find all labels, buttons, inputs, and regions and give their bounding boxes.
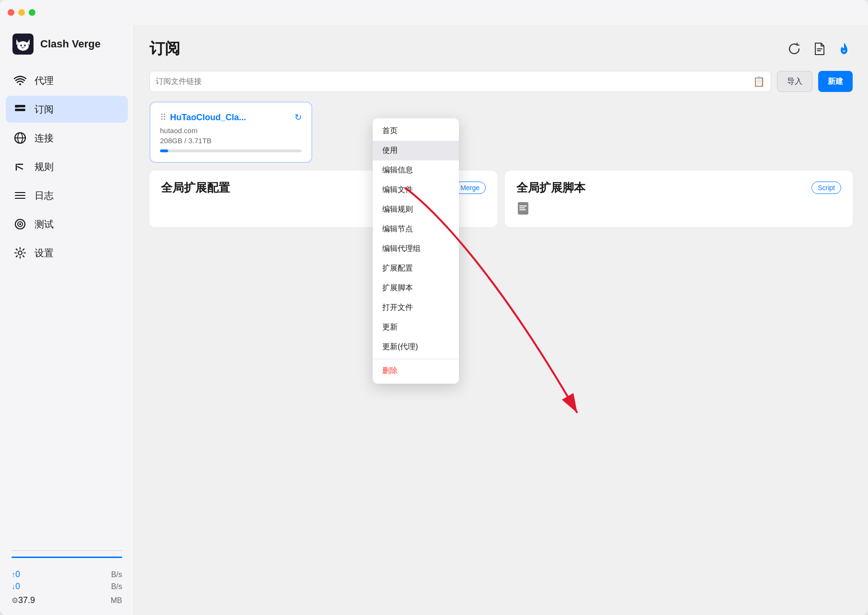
new-button[interactable]: 新建 [818,71,853,92]
sidebar-item-rules-label: 规则 [34,160,54,173]
progress-bar [160,149,302,152]
download-value: 0 [15,581,20,592]
svg-rect-20 [518,202,528,215]
upload-arrow-icon: ↑ [11,570,15,579]
svg-rect-6 [15,109,25,111]
sub-refresh-icon[interactable]: ↻ [295,112,302,123]
download-stat-row: ↓ 0 B/s [11,581,122,592]
sub-usage: 208GB / 3.71TB [160,137,302,145]
menu-item-ext-config[interactable]: 扩展配置 [373,259,459,278]
memory-unit: MB [111,596,122,605]
memory-icon: ⚙ [11,596,18,605]
test-icon [13,217,27,231]
close-button[interactable] [8,9,14,16]
sidebar-item-connections-label: 连接 [34,132,54,145]
menu-item-open-file[interactable]: 打开文件 [373,298,459,318]
sidebar-item-proxy[interactable]: 代理 [6,67,128,94]
main-layout: Clash Verge 代理 [0,25,868,615]
content-area: 订阅 [134,25,868,615]
svg-point-2 [20,45,22,46]
sidebar-item-test[interactable]: 测试 [6,211,128,238]
sidebar: Clash Verge 代理 [0,25,134,615]
ext-card-script-title: 全局扩展脚本 [516,180,585,195]
ext-merge-badge[interactable]: Merge [454,182,486,194]
app-logo-icon [11,33,34,56]
subscription-icon [13,102,27,116]
maximize-button[interactable] [29,9,35,16]
svg-rect-7 [15,106,19,108]
context-menu: 首页 使用 编辑信息 编辑文件 编辑规则 编辑节点 编辑代理组 扩展配置 扩展脚… [373,118,459,384]
flame-icon[interactable] [835,40,853,57]
wifi-icon [13,74,27,87]
ext-card-script-header: 全局扩展脚本 Script [516,180,841,195]
sidebar-item-subscription[interactable]: 订阅 [6,96,128,123]
sidebar-item-settings[interactable]: 设置 [6,239,128,266]
clipboard-icon[interactable]: 📋 [753,76,765,87]
minimize-button[interactable] [18,9,25,16]
app-name: Clash Verge [40,38,101,50]
traffic-lights [8,9,35,16]
sidebar-item-connections[interactable]: 连接 [6,125,128,151]
header-actions [786,40,853,57]
ext-script-badge[interactable]: Script [811,182,841,194]
sidebar-item-test-label: 测试 [34,218,54,231]
download-unit: B/s [111,582,122,591]
svg-point-3 [24,45,26,46]
memory-value: 37.9 [18,595,35,605]
menu-item-update[interactable]: 更新 [373,318,459,337]
sidebar-item-logs[interactable]: 日志 [6,182,128,209]
memory-stat-row: ⚙ 37.9 MB [11,595,122,605]
sub-card-header: ⠿ HuTaoCloud_Cla... ↻ [160,112,302,123]
sidebar-item-proxy-label: 代理 [34,74,54,87]
import-button[interactable]: 导入 [777,71,812,92]
menu-item-edit-nodes[interactable]: 编辑节点 [373,219,459,239]
app-window: Clash Verge 代理 [0,0,868,615]
menu-item-update-proxy[interactable]: 更新(代理) [373,337,459,357]
upload-value: 0 [15,569,20,580]
sidebar-item-subscription-label: 订阅 [34,103,54,116]
menu-item-edit-info[interactable]: 编辑信息 [373,160,459,180]
sidebar-logo: Clash Verge [0,29,134,67]
sidebar-item-logs-label: 日志 [34,189,54,202]
download-arrow-icon: ↓ [11,582,15,591]
menu-item-delete[interactable]: 删除 [373,361,459,381]
svg-point-4 [19,83,21,85]
progress-bar-fill [160,149,168,152]
content-header: 订阅 [149,38,853,59]
menu-item-edit-rules[interactable]: 编辑规则 [373,200,459,219]
traffic-stats: ↑ 0 B/s ↓ 0 B/s ⚙ 37.9 [11,569,122,605]
menu-item-home[interactable]: 首页 [373,121,459,141]
drag-handle-icon: ⠿ [160,112,166,123]
sidebar-item-settings-label: 设置 [34,247,54,260]
refresh-all-button[interactable] [786,40,803,57]
sidebar-divider [11,550,122,551]
rules-icon [13,160,27,173]
search-input[interactable] [156,77,753,86]
upload-unit: B/s [111,570,122,579]
extension-cards-row: 全局扩展配置 Merge 全局扩展脚本 Script [149,171,853,227]
subscription-card[interactable]: ⠿ HuTaoCloud_Cla... ↻ hutaod.com 208GB /… [149,102,312,163]
gear-icon [13,246,27,260]
sub-domain: hutaod.com [160,126,302,135]
ext-card-config-title: 全局扩展配置 [161,180,230,195]
sub-card-name: HuTaoCloud_Cla... [170,113,291,123]
file-icon[interactable] [811,40,828,57]
menu-item-ext-script[interactable]: 扩展脚本 [373,278,459,298]
menu-item-edit-proxy-group[interactable]: 编辑代理组 [373,239,459,259]
menu-divider [373,359,459,359]
logs-icon [13,189,27,202]
svg-point-17 [18,251,22,255]
page-title: 订阅 [149,38,180,59]
upload-stat-row: ↑ 0 B/s [11,569,122,580]
globe-icon [13,131,27,145]
menu-item-use[interactable]: 使用 [373,141,459,160]
progress-indicator [11,557,122,558]
sidebar-item-rules[interactable]: 规则 [6,153,128,180]
menu-item-edit-file[interactable]: 编辑文件 [373,180,459,200]
script-file-icon [516,201,841,217]
sidebar-stats: ↑ 0 B/s ↓ 0 B/s ⚙ 37.9 [0,564,134,611]
sidebar-nav: 代理 订阅 [0,67,134,545]
titlebar [0,0,868,25]
ext-card-script: 全局扩展脚本 Script [505,171,853,227]
search-input-wrapper: 📋 [149,71,771,92]
